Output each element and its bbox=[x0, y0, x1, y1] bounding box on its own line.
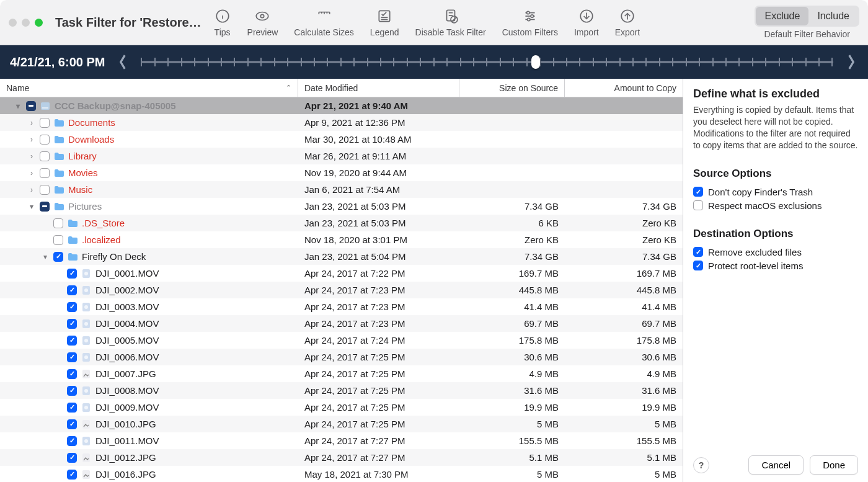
row-checkbox[interactable] bbox=[67, 336, 77, 346]
row-checkbox[interactable] bbox=[67, 436, 77, 446]
table-row[interactable]: DJI_0008.MOVApr 24, 2017 at 7:25 PM31.6 … bbox=[0, 382, 683, 399]
toolbar-preview[interactable]: Preview bbox=[247, 7, 278, 37]
disclosure-triangle[interactable]: › bbox=[27, 152, 36, 161]
toolbar-calc[interactable]: Calculate Sizes bbox=[294, 7, 354, 37]
row-name: DJI_0016.JPG bbox=[95, 469, 156, 480]
row-checkbox[interactable] bbox=[67, 369, 77, 379]
window-minimize-button[interactable] bbox=[22, 19, 30, 27]
table-row[interactable]: ›DocumentsApr 9, 2021 at 12:36 PM bbox=[0, 114, 683, 131]
table-row[interactable]: DJI_0005.MOVApr 24, 2017 at 7:24 PM175.8… bbox=[0, 332, 683, 349]
table-row[interactable]: DJI_0009.MOVApr 24, 2017 at 7:25 PM19.9 … bbox=[0, 399, 683, 416]
disable-icon bbox=[442, 7, 459, 25]
timeline-next-button[interactable] bbox=[844, 53, 858, 71]
titlebar: Task Filter for 'Restore… TipsPreviewCal… bbox=[0, 0, 868, 45]
row-checkbox[interactable] bbox=[53, 218, 63, 228]
row-date: May 18, 2021 at 7:30 PM bbox=[298, 469, 459, 480]
row-checkbox[interactable] bbox=[40, 118, 50, 128]
table-row[interactable]: ›MoviesNov 19, 2020 at 9:44 AM bbox=[0, 164, 683, 181]
col-header-name[interactable]: Name ⌃ bbox=[0, 79, 298, 97]
snapshot-timeline: 4/21/21, 6:00 PM bbox=[0, 45, 868, 79]
timeline-track[interactable] bbox=[141, 55, 833, 69]
disclosure-triangle[interactable]: › bbox=[27, 185, 36, 194]
row-checkbox[interactable] bbox=[53, 252, 63, 262]
table-row[interactable]: .localizedNov 18, 2020 at 3:01 PMZero KB… bbox=[0, 231, 683, 248]
disclosure-triangle[interactable]: › bbox=[27, 135, 36, 144]
row-checkbox[interactable] bbox=[40, 151, 50, 161]
option-label: Don't copy Finder's Trash bbox=[708, 187, 813, 197]
window-close-button[interactable] bbox=[9, 19, 17, 27]
option-checkbox[interactable] bbox=[693, 247, 703, 257]
row-checkbox[interactable] bbox=[67, 269, 77, 279]
toolbar-disable[interactable]: Disable Task Filter bbox=[415, 7, 486, 37]
row-checkbox[interactable] bbox=[40, 168, 50, 178]
table-row[interactable]: DJI_0007.JPGApr 24, 2017 at 7:25 PM4.9 M… bbox=[0, 365, 683, 382]
row-checkbox[interactable] bbox=[67, 403, 77, 413]
row-name: Pictures bbox=[68, 201, 102, 212]
row-checkbox[interactable] bbox=[40, 135, 50, 145]
row-amount: 30.6 MB bbox=[565, 352, 683, 362]
table-row[interactable]: DJI_0002.MOVApr 24, 2017 at 7:23 PM445.8… bbox=[0, 282, 683, 298]
toolbar-export[interactable]: Export bbox=[615, 7, 640, 37]
row-checkbox[interactable] bbox=[67, 319, 77, 329]
table-row[interactable]: ▾Firefly On DeckJan 23, 2021 at 5:04 PM7… bbox=[0, 248, 683, 265]
col-header-amount[interactable]: Amount to Copy bbox=[565, 79, 683, 97]
table-row[interactable]: DJI_0012.JPGApr 24, 2017 at 7:27 PM5.1 M… bbox=[0, 449, 683, 466]
row-checkbox[interactable] bbox=[67, 352, 77, 362]
row-checkbox[interactable] bbox=[67, 285, 77, 295]
done-button[interactable]: Done bbox=[810, 455, 858, 475]
option-checkbox[interactable] bbox=[693, 200, 703, 210]
table-row[interactable]: DJI_0010.JPGApr 24, 2017 at 7:25 PM5 MB5… bbox=[0, 416, 683, 432]
folder-icon bbox=[67, 218, 78, 229]
table-row[interactable]: DJI_0004.MOVApr 24, 2017 at 7:23 PM69.7 … bbox=[0, 315, 683, 332]
table-row[interactable]: DJI_0006.MOVApr 24, 2017 at 7:25 PM30.6 … bbox=[0, 349, 683, 365]
option-row[interactable]: Protect root-level items bbox=[693, 261, 858, 271]
row-checkbox[interactable] bbox=[67, 302, 77, 312]
disclosure-triangle[interactable]: › bbox=[27, 118, 36, 127]
table-row[interactable]: ›MusicJan 6, 2021 at 7:54 AM bbox=[0, 181, 683, 198]
cancel-button[interactable]: Cancel bbox=[748, 455, 804, 475]
table-row[interactable]: ›LibraryMar 26, 2021 at 9:11 AM bbox=[0, 148, 683, 164]
table-row[interactable]: DJI_0011.MOVApr 24, 2017 at 7:27 PM155.5… bbox=[0, 432, 683, 449]
option-row[interactable]: Respect macOS exclusions bbox=[693, 200, 858, 211]
folder-icon bbox=[53, 201, 64, 212]
table-row[interactable]: .DS_StoreJan 23, 2021 at 5:03 PM6 KBZero… bbox=[0, 215, 683, 231]
col-header-size[interactable]: Size on Source bbox=[459, 79, 565, 97]
table-row[interactable]: ▾PicturesJan 23, 2021 at 5:03 PM7.34 GB7… bbox=[0, 198, 683, 215]
timeline-prev-button[interactable] bbox=[116, 53, 130, 71]
timeline-thumb[interactable] bbox=[531, 55, 540, 69]
row-checkbox[interactable] bbox=[67, 386, 77, 396]
disclosure-triangle[interactable]: ▾ bbox=[27, 202, 36, 211]
option-checkbox[interactable] bbox=[693, 187, 703, 197]
row-checkbox[interactable] bbox=[67, 453, 77, 463]
row-checkbox[interactable] bbox=[53, 235, 63, 245]
table-row[interactable]: DJI_0016.JPGMay 18, 2021 at 7:30 PM5 MB5… bbox=[0, 466, 683, 482]
row-date: Mar 30, 2021 at 10:48 AM bbox=[298, 134, 459, 145]
filter-behavior-include[interactable]: Include bbox=[808, 7, 858, 25]
row-checkbox[interactable] bbox=[67, 419, 77, 429]
toolbar-custom[interactable]: Custom Filters bbox=[502, 7, 558, 37]
toolbar-tips[interactable]: Tips bbox=[214, 7, 231, 37]
row-checkbox[interactable] bbox=[40, 185, 50, 195]
window-zoom-button[interactable] bbox=[35, 19, 43, 27]
row-checkbox[interactable] bbox=[67, 470, 77, 480]
disclosure-triangle[interactable]: ▾ bbox=[14, 102, 22, 110]
mov-icon bbox=[81, 352, 92, 363]
option-row[interactable]: Remove excluded files bbox=[693, 247, 858, 257]
row-checkbox[interactable] bbox=[40, 202, 50, 212]
row-date: Nov 18, 2020 at 3:01 PM bbox=[298, 234, 459, 245]
toolbar-legend[interactable]: Legend bbox=[370, 7, 399, 37]
table-row[interactable]: ›DownloadsMar 30, 2021 at 10:48 AM bbox=[0, 131, 683, 148]
table-row[interactable]: ▾CCC Backup@snap-405005Apr 21, 2021 at 9… bbox=[0, 97, 683, 114]
table-row[interactable]: DJI_0001.MOVApr 24, 2017 at 7:22 PM169.7… bbox=[0, 265, 683, 282]
row-name: DJI_0010.JPG bbox=[95, 419, 156, 429]
row-checkbox[interactable] bbox=[26, 101, 36, 111]
option-row[interactable]: Don't copy Finder's Trash bbox=[693, 187, 858, 197]
col-header-date[interactable]: Date Modified bbox=[298, 79, 459, 97]
table-row[interactable]: DJI_0003.MOVApr 24, 2017 at 7:23 PM41.4 … bbox=[0, 298, 683, 315]
option-checkbox[interactable] bbox=[693, 261, 703, 270]
filter-behavior-exclude[interactable]: Exclude bbox=[756, 7, 808, 25]
disclosure-triangle[interactable]: ▾ bbox=[41, 252, 50, 261]
disclosure-triangle[interactable]: › bbox=[27, 169, 36, 177]
help-button[interactable]: ? bbox=[693, 457, 709, 473]
toolbar-import[interactable]: Import bbox=[574, 7, 599, 37]
